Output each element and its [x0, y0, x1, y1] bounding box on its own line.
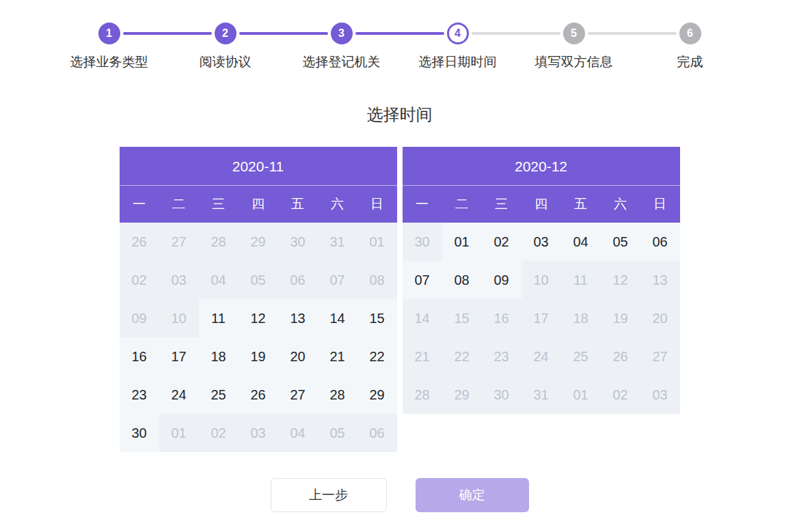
day-cell-2020-12-11: 11: [561, 261, 601, 299]
day-cell-2020-12-26: 26: [601, 337, 640, 376]
day-cell-2020-11-26[interactable]: 26: [239, 376, 278, 414]
step-label: 完成: [632, 53, 748, 71]
day-cell-2020-11-27[interactable]: 27: [278, 376, 318, 414]
stepper-step-4: 4选择日期时间: [400, 23, 516, 71]
day-cell-2020-11-24[interactable]: 24: [159, 376, 199, 414]
day-cell-2020-11-01: 01: [159, 414, 199, 452]
stepper-step-1: 1选择业务类型: [51, 23, 167, 71]
step-label: 选择登记机关: [284, 53, 400, 71]
day-cell-2020-12-02[interactable]: 02: [482, 223, 522, 261]
day-cell-2020-11-15[interactable]: 15: [357, 299, 397, 337]
calendar-2020-12: 2020-12一二三四五六日30010203040506070809101112…: [403, 147, 680, 414]
day-cell-2020-11-28[interactable]: 28: [318, 376, 357, 414]
previous-step-button[interactable]: 上一步: [271, 478, 387, 512]
day-cell-2020-12-03[interactable]: 03: [522, 223, 561, 261]
day-cell-2020-12-03: 03: [640, 376, 680, 414]
step-label: 选择日期时间: [400, 53, 516, 71]
day-cell-2020-11-13[interactable]: 13: [278, 299, 318, 337]
day-cell-2020-12-27: 27: [640, 337, 680, 376]
day-cell-2020-11-09: 09: [120, 299, 159, 337]
day-cell-2020-12-05[interactable]: 05: [601, 223, 640, 261]
day-cell-2020-12-30: 30: [482, 376, 522, 414]
day-cell-2020-12-02: 02: [601, 376, 640, 414]
day-cell-2020-12-16: 16: [482, 299, 522, 337]
day-cell-2020-12-12: 12: [601, 261, 640, 299]
day-cell-2020-11-25[interactable]: 25: [199, 376, 239, 414]
step-number-badge: 6: [679, 23, 701, 44]
day-cell-2020-11-07: 07: [318, 261, 357, 299]
day-cell-2020-11-30[interactable]: 30: [120, 414, 159, 452]
day-cell-2020-12-15: 15: [442, 299, 482, 337]
day-cell-2020-11-17[interactable]: 17: [159, 337, 199, 376]
day-cell-2020-11-10: 10: [159, 299, 199, 337]
stepper-step-6: 6完成: [632, 23, 748, 71]
day-cell-2020-11-04: 04: [278, 414, 318, 452]
day-cell-2020-12-06[interactable]: 06: [640, 223, 680, 261]
step-label: 选择业务类型: [51, 53, 167, 71]
day-cell-2020-12-17: 17: [522, 299, 561, 337]
stepper-connector: [472, 32, 560, 35]
step-number-badge: 4: [447, 23, 469, 44]
day-cell-2020-11-21[interactable]: 21: [318, 337, 357, 376]
stepper-step-5: 5填写双方信息: [516, 23, 632, 71]
day-cell-2020-11-06: 06: [357, 414, 397, 452]
day-cell-2020-11-18[interactable]: 18: [199, 337, 239, 376]
weekday-label: 四: [522, 186, 561, 223]
day-cell-2020-11-26: 26: [120, 223, 159, 261]
day-cell-2020-11-02: 02: [199, 414, 239, 452]
day-cell-2020-11-08: 08: [357, 261, 397, 299]
day-cell-2020-11-28: 28: [199, 223, 239, 261]
weekday-header-row: 一二三四五六日: [120, 186, 397, 223]
calendar-2020-11: 2020-11一二三四五六日26272829303101020304050607…: [120, 147, 397, 452]
day-cell-2020-11-11[interactable]: 11: [199, 299, 239, 337]
day-cell-2020-11-01: 01: [357, 223, 397, 261]
day-cell-2020-12-09[interactable]: 09: [482, 261, 522, 299]
weekday-label: 一: [403, 186, 442, 223]
step-label: 填写双方信息: [516, 53, 632, 71]
day-cell-2020-11-22[interactable]: 22: [357, 337, 397, 376]
day-cell-2020-12-24: 24: [522, 337, 561, 376]
day-cell-2020-11-16[interactable]: 16: [120, 337, 159, 376]
stepper-connector: [588, 32, 677, 35]
day-cell-2020-11-14[interactable]: 14: [318, 299, 357, 337]
stepper-connector: [123, 32, 212, 35]
weekday-label: 日: [640, 186, 680, 223]
day-cell-2020-11-29[interactable]: 29: [357, 376, 397, 414]
day-cell-2020-12-10: 10: [522, 261, 561, 299]
day-cell-2020-11-20[interactable]: 20: [278, 337, 318, 376]
day-cell-2020-11-29: 29: [239, 223, 278, 261]
weekday-label: 三: [482, 186, 522, 223]
weekday-label: 四: [239, 186, 278, 223]
weekday-label: 五: [278, 186, 318, 223]
step-number-badge: 1: [98, 23, 120, 44]
step-number-badge: 2: [215, 23, 236, 44]
day-cell-2020-12-04[interactable]: 04: [561, 223, 601, 261]
stepper-connector: [355, 32, 444, 35]
weekday-label: 六: [601, 186, 640, 223]
step-label: 阅读协议: [167, 53, 284, 71]
weekday-label: 三: [199, 186, 239, 223]
calendar-month-title: 2020-12: [403, 147, 680, 186]
weekday-label: 二: [159, 186, 199, 223]
day-cell-2020-12-31: 31: [522, 376, 561, 414]
stepper-step-3: 3选择登记机关: [284, 23, 400, 71]
day-cell-2020-12-01[interactable]: 01: [442, 223, 482, 261]
calendar-day-grid: 3001020304050607080910111213141516171819…: [403, 223, 680, 414]
calendar-month-title: 2020-11: [120, 147, 397, 186]
day-cell-2020-11-02: 02: [120, 261, 159, 299]
day-cell-2020-11-12[interactable]: 12: [239, 299, 278, 337]
day-cell-2020-11-23[interactable]: 23: [120, 376, 159, 414]
day-cell-2020-11-05: 05: [318, 414, 357, 452]
weekday-label: 六: [318, 186, 357, 223]
step-number-badge: 5: [563, 23, 585, 44]
day-cell-2020-11-19[interactable]: 19: [239, 337, 278, 376]
confirm-button[interactable]: 确定: [416, 478, 529, 512]
stepper-step-2: 2阅读协议: [167, 23, 284, 71]
day-cell-2020-12-07[interactable]: 07: [403, 261, 442, 299]
day-cell-2020-12-20: 20: [640, 299, 680, 337]
day-cell-2020-12-22: 22: [442, 337, 482, 376]
day-cell-2020-11-05: 05: [239, 261, 278, 299]
weekday-header-row: 一二三四五六日: [403, 186, 680, 223]
footer-actions: 上一步 确定: [0, 478, 799, 512]
day-cell-2020-12-08[interactable]: 08: [442, 261, 482, 299]
